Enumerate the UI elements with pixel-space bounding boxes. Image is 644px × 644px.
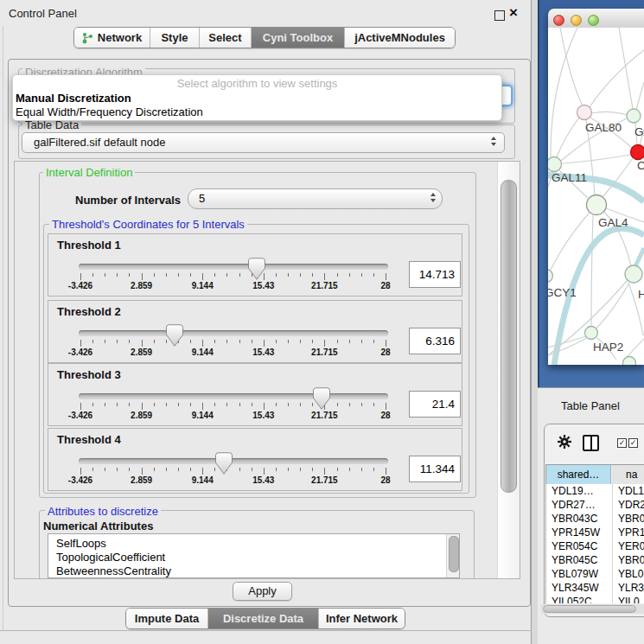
scrollbar-thumb[interactable] — [501, 180, 517, 493]
gear-icon[interactable] — [558, 435, 571, 449]
panel-divider[interactable] — [532, 0, 538, 644]
table-hscrollbar-thumb[interactable] — [543, 605, 636, 613]
table-row[interactable]: YDL19…YDL1 — [546, 484, 644, 498]
network-window-titlebar[interactable] — [548, 9, 644, 29]
list-scrollbar-track[interactable] — [446, 534, 459, 577]
slider-thumb[interactable] — [248, 258, 265, 281]
minimize-traffic-light[interactable] — [571, 15, 582, 26]
slider-thumb[interactable] — [313, 387, 330, 411]
tab-cyni-toolbox[interactable]: Cyni Toolbox — [252, 28, 345, 48]
network-edge[interactable] — [619, 28, 633, 109]
tab-select[interactable]: Select — [200, 28, 252, 48]
network-edge[interactable] — [590, 50, 644, 107]
network-edge[interactable] — [591, 112, 627, 115]
slider-track[interactable] — [79, 330, 388, 336]
slider-tick — [386, 273, 386, 280]
checkbox-icon[interactable]: ✓ — [617, 438, 627, 448]
slider-tick — [300, 403, 301, 406]
checkbox-icon[interactable]: ✓ — [628, 438, 638, 448]
tab-style[interactable]: Style — [150, 28, 200, 48]
tab-jactivemnodules[interactable]: jActiveMNodules — [345, 28, 455, 48]
network-node-label: H — [638, 288, 644, 301]
zoom-traffic-light[interactable] — [588, 15, 599, 26]
table-row[interactable]: YER054CYER0 — [546, 539, 644, 553]
threshold-value-field[interactable]: 21.4 — [409, 391, 461, 418]
float-window-icon[interactable] — [494, 10, 505, 21]
slider-tick — [361, 340, 362, 343]
apply-button[interactable]: Apply — [233, 582, 292, 601]
slider-track[interactable] — [79, 458, 388, 464]
tab-network[interactable]: Network — [74, 28, 150, 48]
network-edge[interactable] — [636, 82, 644, 110]
network-node[interactable] — [625, 265, 642, 283]
network-node[interactable] — [585, 327, 598, 340]
slider-thumb[interactable] — [166, 324, 183, 348]
slider-tick — [337, 340, 338, 343]
table-row[interactable]: YPR145WYPR1 — [546, 526, 644, 539]
slider-tick-label: 15.43 — [242, 411, 285, 420]
settings-scroll-panel: Interval Definition Number of Intervals … — [14, 161, 520, 579]
slider-tick — [190, 340, 191, 343]
slider-thumb[interactable] — [215, 452, 233, 475]
numerical-attributes-list[interactable]: SelfLoopsTopologicalCoefficientBetweenne… — [48, 533, 460, 578]
tab-impute-data[interactable]: Impute Data — [126, 609, 208, 628]
threshold-value-field[interactable]: 11.344 — [409, 456, 461, 482]
network-node[interactable] — [627, 109, 641, 123]
slider-track[interactable] — [79, 264, 388, 270]
tab-discretize-data[interactable]: Discretize Data — [208, 609, 319, 628]
attribute-list-item[interactable]: TopologicalCoefficient — [56, 551, 165, 564]
column-header-name[interactable]: na — [612, 465, 644, 484]
dropdown-option-manual[interactable]: Manual Discretization — [16, 92, 499, 105]
network-edge[interactable] — [557, 118, 579, 157]
list-scrollbar-thumb[interactable] — [449, 536, 459, 572]
slider-tick — [349, 273, 350, 277]
network-edge[interactable] — [591, 215, 593, 326]
table-row[interactable]: YLR345WYLR3 — [546, 581, 644, 595]
table-row[interactable]: YDR27…YDR2 — [546, 498, 644, 512]
close-traffic-light[interactable] — [553, 15, 564, 26]
network-node[interactable] — [548, 157, 562, 172]
slider-tick — [300, 468, 301, 471]
table-row[interactable]: YIL052CYIL0 — [546, 595, 644, 603]
combo-arrows-icon — [491, 137, 497, 146]
network-canvas[interactable]: GAL80GALCGAL11GAL4GCY1HHAP2 — [548, 28, 644, 365]
tab-infer-network[interactable]: Infer Network — [319, 609, 405, 628]
threshold-panel: Threshold 2-3.4262.8599.14415.4321.71528… — [48, 300, 462, 363]
attribute-list-item[interactable]: BetweennessCentrality — [56, 564, 171, 578]
table-row[interactable]: YBR043CYBR0 — [546, 512, 644, 526]
network-icon — [82, 32, 93, 44]
network-node[interactable] — [587, 195, 607, 215]
slider-tick — [178, 403, 179, 406]
network-node[interactable] — [548, 270, 553, 283]
threshold-value-field[interactable]: 14.713 — [409, 261, 461, 288]
slider-tick — [252, 340, 252, 343]
slider-tick — [252, 468, 252, 471]
slider-tick — [349, 340, 350, 343]
attribute-list-item[interactable]: SelfLoops — [56, 537, 106, 551]
slider-tick — [312, 273, 313, 277]
table-data-combobox[interactable]: galFiltered.sif default node — [22, 132, 505, 153]
close-icon[interactable]: × — [509, 4, 518, 22]
table-hscrollbar-track[interactable] — [541, 604, 644, 614]
slider-tick — [92, 340, 93, 343]
slider-tick — [337, 273, 338, 277]
slider-tick — [349, 403, 350, 406]
network-node[interactable] — [631, 145, 644, 160]
table-row[interactable]: YBL079WYBL0 — [546, 567, 644, 581]
network-edge[interactable] — [562, 155, 630, 163]
slider-track[interactable] — [79, 393, 388, 399]
network-edge[interactable] — [560, 28, 583, 105]
network-node[interactable] — [577, 105, 592, 120]
dropdown-option-equal-width[interactable]: Equal Width/Frequency Discretization — [16, 105, 499, 119]
network-edge[interactable] — [596, 283, 629, 328]
number-of-intervals-spinner[interactable]: 5 — [188, 188, 443, 209]
slider-tick — [386, 340, 386, 347]
threshold-value-field[interactable]: 6.316 — [409, 328, 461, 354]
columns-icon[interactable] — [583, 435, 599, 451]
slider-tick-label: -3.426 — [59, 411, 102, 420]
column-header-shared-name[interactable]: shared… — [545, 465, 611, 484]
table-row[interactable]: YBR045CYBR0 — [546, 553, 644, 567]
network-node[interactable] — [623, 357, 636, 366]
slider-tick — [312, 468, 313, 471]
slider-tick — [300, 273, 301, 277]
